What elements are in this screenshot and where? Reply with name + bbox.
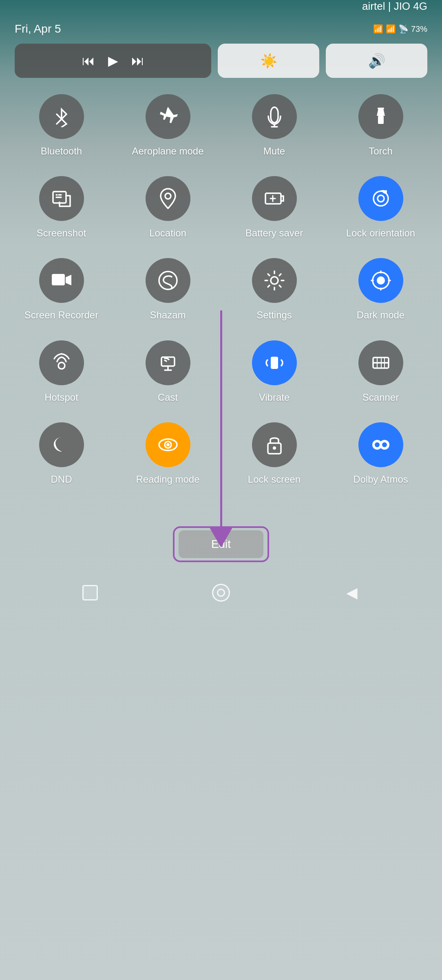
home-button[interactable] bbox=[211, 583, 231, 603]
cast-label: Cast bbox=[158, 391, 178, 404]
svg-point-8 bbox=[165, 193, 171, 199]
svg-point-39 bbox=[375, 442, 380, 447]
qs-reading-mode[interactable]: Reading mode bbox=[115, 416, 221, 494]
qs-screen-recorder[interactable]: Screen Recorder bbox=[8, 252, 115, 329]
location-circle bbox=[146, 176, 190, 221]
svg-point-13 bbox=[378, 195, 384, 202]
date-display: Fri, Apr 5 bbox=[15, 22, 61, 35]
scanner-circle bbox=[358, 340, 403, 385]
svg-point-35 bbox=[166, 443, 170, 446]
lock-screen-label: Lock screen bbox=[248, 473, 301, 486]
status-icons: 📶 📶 📡 73% bbox=[373, 24, 427, 34]
torch-circle bbox=[358, 94, 403, 139]
aeroplane-circle bbox=[146, 94, 190, 139]
dnd-label: DND bbox=[51, 473, 72, 486]
mute-label: Mute bbox=[263, 145, 285, 157]
battery-saver-label: Battery saver bbox=[245, 227, 303, 239]
qs-dark-mode[interactable]: Dark mode bbox=[327, 252, 434, 329]
recent-apps-button[interactable] bbox=[80, 583, 100, 603]
media-controls-bar: ⏮ ▶ ⏭ ☀️ 🔊 bbox=[0, 44, 442, 78]
svg-rect-14 bbox=[52, 274, 65, 285]
qs-scanner[interactable]: Scanner bbox=[327, 334, 434, 412]
status-bar: airtel | JIO 4G Fri, Apr 5 📶 📶 📡 73% bbox=[0, 0, 442, 39]
hotspot-label: Hotspot bbox=[44, 391, 78, 404]
volume-slider[interactable]: 🔊 bbox=[326, 44, 427, 78]
dark-mode-label: Dark mode bbox=[357, 309, 404, 321]
qs-dolby-atmos[interactable]: Dolby Atmos bbox=[327, 416, 434, 494]
battery-icon: 73% bbox=[411, 24, 427, 34]
vibrate-circle bbox=[252, 340, 297, 385]
svg-point-23 bbox=[58, 362, 65, 369]
battery-saver-circle bbox=[252, 176, 297, 221]
qs-cast[interactable]: Cast bbox=[115, 334, 221, 412]
svg-point-41 bbox=[382, 442, 387, 447]
settings-label: Settings bbox=[256, 309, 292, 321]
torch-label: Torch bbox=[369, 145, 393, 157]
screenshot-circle bbox=[39, 176, 84, 221]
signal-icon: 📶 bbox=[373, 24, 383, 34]
carrier-text: airtel | JIO 4G bbox=[0, 0, 442, 13]
qs-screenshot[interactable]: Screenshot bbox=[8, 170, 115, 247]
lock-orientation-label: Lock orientation bbox=[346, 227, 415, 239]
lock-orientation-circle bbox=[358, 176, 403, 221]
qs-dnd[interactable]: DND bbox=[8, 416, 115, 494]
volume-icon: 🔊 bbox=[368, 53, 385, 69]
shazam-circle bbox=[146, 258, 190, 303]
qs-battery-saver[interactable]: Battery saver bbox=[221, 170, 327, 247]
qs-location[interactable]: Location bbox=[115, 170, 221, 247]
bluetooth-circle bbox=[39, 94, 84, 139]
qs-shazam[interactable]: Shazam bbox=[115, 252, 221, 329]
svg-rect-3 bbox=[378, 108, 384, 109]
qs-vibrate[interactable]: Vibrate bbox=[221, 334, 327, 412]
bluetooth-label: Bluetooth bbox=[41, 145, 82, 157]
reading-mode-label: Reading mode bbox=[136, 473, 199, 486]
svg-point-18 bbox=[377, 276, 385, 285]
settings-circle bbox=[252, 258, 297, 303]
hotspot-circle bbox=[39, 340, 84, 385]
mute-circle bbox=[252, 94, 297, 139]
vibrate-label: Vibrate bbox=[259, 391, 290, 404]
qs-bluetooth[interactable]: Bluetooth bbox=[8, 88, 115, 166]
screenshot-label: Screenshot bbox=[37, 227, 86, 239]
screen-recorder-circle bbox=[39, 258, 84, 303]
home-icon bbox=[212, 584, 230, 602]
scanner-label: Scanner bbox=[362, 391, 399, 404]
location-label: Location bbox=[149, 227, 186, 239]
qs-lock-orientation[interactable]: Lock orientation bbox=[327, 170, 434, 247]
qs-torch[interactable]: Torch bbox=[327, 88, 434, 166]
qs-hotspot[interactable]: Hotspot bbox=[8, 334, 115, 412]
wifi2-icon: 📡 bbox=[398, 24, 409, 34]
back-button[interactable]: ◀ bbox=[342, 583, 362, 603]
wifi-icon: 📶 bbox=[386, 24, 396, 34]
next-button[interactable]: ⏭ bbox=[131, 53, 144, 68]
brightness-icon: ☀️ bbox=[260, 53, 277, 69]
brightness-slider[interactable]: ☀️ bbox=[218, 44, 319, 78]
svg-rect-2 bbox=[378, 116, 384, 124]
qs-mute[interactable]: Mute bbox=[221, 88, 327, 166]
svg-point-15 bbox=[159, 271, 177, 289]
svg-point-16 bbox=[271, 277, 278, 284]
prev-button[interactable]: ⏮ bbox=[82, 53, 95, 68]
qs-aeroplane[interactable]: Aeroplane mode bbox=[115, 88, 221, 166]
reading-mode-circle bbox=[146, 422, 190, 467]
dolby-atmos-circle bbox=[358, 422, 403, 467]
media-player[interactable]: ⏮ ▶ ⏭ bbox=[15, 44, 211, 78]
dolby-atmos-label: Dolby Atmos bbox=[353, 473, 408, 486]
play-button[interactable]: ▶ bbox=[108, 53, 118, 68]
qs-lock-screen[interactable]: Lock screen bbox=[221, 416, 327, 494]
back-icon: ◀ bbox=[346, 584, 358, 601]
svg-point-37 bbox=[273, 446, 276, 450]
qs-settings[interactable]: Settings bbox=[221, 252, 327, 329]
bottom-nav: ◀ bbox=[0, 574, 442, 615]
recent-apps-icon bbox=[82, 585, 98, 600]
lock-screen-circle bbox=[252, 422, 297, 467]
aeroplane-label: Aeroplane mode bbox=[132, 145, 203, 157]
cast-circle bbox=[146, 340, 190, 385]
screen-recorder-label: Screen Recorder bbox=[24, 309, 98, 321]
dark-mode-circle bbox=[358, 258, 403, 303]
svg-rect-27 bbox=[271, 357, 278, 369]
dnd-circle bbox=[39, 422, 84, 467]
shazam-label: Shazam bbox=[150, 309, 186, 321]
